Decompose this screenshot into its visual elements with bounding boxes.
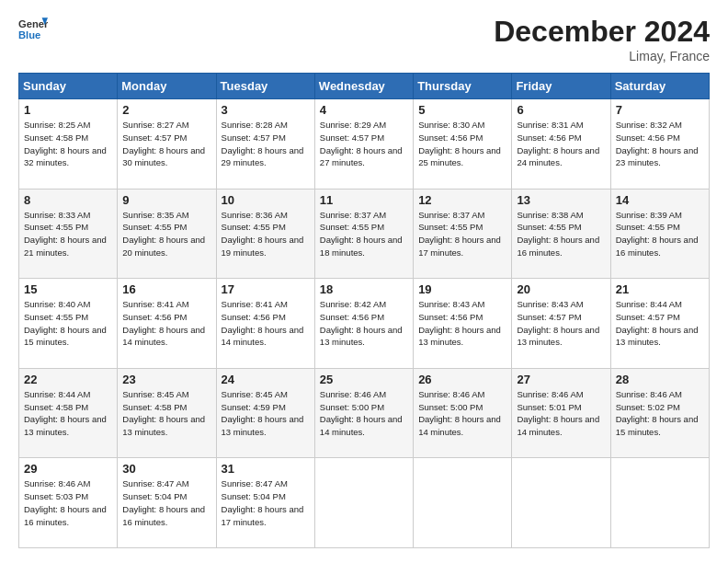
calendar-cell: 16Sunrise: 8:41 AMSunset: 4:56 PMDayligh… bbox=[118, 279, 216, 369]
cell-info: Sunrise: 8:44 AMSunset: 4:57 PMDaylight:… bbox=[616, 298, 704, 349]
week-row-1: 1Sunrise: 8:25 AMSunset: 4:58 PMDaylight… bbox=[19, 99, 710, 190]
calendar-cell: 3Sunrise: 8:28 AMSunset: 4:57 PMDaylight… bbox=[216, 99, 314, 190]
day-number: 6 bbox=[517, 103, 605, 117]
cell-info: Sunrise: 8:30 AMSunset: 4:56 PMDaylight:… bbox=[418, 119, 506, 169]
title-block: December 2024 Limay, France bbox=[494, 15, 710, 63]
cell-info: Sunrise: 8:46 AMSunset: 5:01 PMDaylight:… bbox=[517, 388, 605, 439]
day-number: 8 bbox=[24, 193, 112, 207]
calendar-cell: 25Sunrise: 8:46 AMSunset: 5:00 PMDayligh… bbox=[314, 368, 413, 458]
day-number: 11 bbox=[320, 193, 408, 207]
cell-info: Sunrise: 8:36 AMSunset: 4:55 PMDaylight:… bbox=[222, 209, 310, 259]
month-title: December 2024 bbox=[494, 15, 710, 49]
cell-info: Sunrise: 8:31 AMSunset: 4:56 PMDaylight:… bbox=[517, 119, 605, 169]
calendar-cell bbox=[610, 458, 709, 548]
logo: General Blue bbox=[18, 15, 48, 44]
day-number: 9 bbox=[122, 193, 210, 207]
day-of-week-saturday: Saturday bbox=[610, 74, 709, 99]
calendar-cell: 11Sunrise: 8:37 AMSunset: 4:55 PMDayligh… bbox=[314, 189, 413, 279]
calendar-cell: 29Sunrise: 8:46 AMSunset: 5:03 PMDayligh… bbox=[19, 458, 118, 548]
day-of-week-sunday: Sunday bbox=[19, 74, 118, 99]
calendar-cell: 17Sunrise: 8:41 AMSunset: 4:56 PMDayligh… bbox=[216, 279, 314, 369]
day-number: 12 bbox=[418, 193, 506, 207]
day-number: 21 bbox=[616, 282, 704, 296]
calendar-cell: 12Sunrise: 8:37 AMSunset: 4:55 PMDayligh… bbox=[414, 189, 512, 279]
day-number: 13 bbox=[517, 193, 605, 207]
cell-info: Sunrise: 8:39 AMSunset: 4:55 PMDaylight:… bbox=[616, 209, 704, 259]
calendar-cell: 8Sunrise: 8:33 AMSunset: 4:55 PMDaylight… bbox=[19, 189, 118, 279]
cell-info: Sunrise: 8:33 AMSunset: 4:55 PMDaylight:… bbox=[24, 209, 112, 259]
cell-info: Sunrise: 8:43 AMSunset: 4:56 PMDaylight:… bbox=[418, 298, 506, 349]
calendar-cell bbox=[414, 458, 512, 548]
cell-info: Sunrise: 8:45 AMSunset: 4:58 PMDaylight:… bbox=[122, 388, 210, 439]
calendar-cell: 31Sunrise: 8:47 AMSunset: 5:04 PMDayligh… bbox=[216, 458, 314, 548]
week-row-5: 29Sunrise: 8:46 AMSunset: 5:03 PMDayligh… bbox=[19, 458, 710, 548]
calendar-cell: 4Sunrise: 8:29 AMSunset: 4:57 PMDaylight… bbox=[314, 99, 413, 190]
calendar-cell: 10Sunrise: 8:36 AMSunset: 4:55 PMDayligh… bbox=[216, 189, 314, 279]
cell-info: Sunrise: 8:37 AMSunset: 4:55 PMDaylight:… bbox=[320, 209, 408, 259]
cell-info: Sunrise: 8:41 AMSunset: 4:56 PMDaylight:… bbox=[222, 298, 310, 349]
week-row-4: 22Sunrise: 8:44 AMSunset: 4:58 PMDayligh… bbox=[19, 368, 710, 458]
calendar-cell: 6Sunrise: 8:31 AMSunset: 4:56 PMDaylight… bbox=[512, 99, 610, 190]
calendar-cell: 24Sunrise: 8:45 AMSunset: 4:59 PMDayligh… bbox=[216, 368, 314, 458]
calendar-cell: 9Sunrise: 8:35 AMSunset: 4:55 PMDaylight… bbox=[118, 189, 216, 279]
cell-info: Sunrise: 8:38 AMSunset: 4:55 PMDaylight:… bbox=[517, 209, 605, 259]
week-row-2: 8Sunrise: 8:33 AMSunset: 4:55 PMDaylight… bbox=[19, 189, 710, 279]
day-number: 28 bbox=[616, 373, 704, 386]
calendar-cell: 23Sunrise: 8:45 AMSunset: 4:58 PMDayligh… bbox=[118, 368, 216, 458]
calendar-cell: 26Sunrise: 8:46 AMSunset: 5:00 PMDayligh… bbox=[414, 368, 512, 458]
day-of-week-monday: Monday bbox=[118, 74, 216, 99]
cell-info: Sunrise: 8:32 AMSunset: 4:56 PMDaylight:… bbox=[616, 119, 704, 169]
calendar-cell: 28Sunrise: 8:46 AMSunset: 5:02 PMDayligh… bbox=[610, 368, 709, 458]
day-number: 29 bbox=[24, 462, 112, 476]
calendar-cell bbox=[314, 458, 413, 548]
day-number: 3 bbox=[222, 103, 310, 117]
cell-info: Sunrise: 8:45 AMSunset: 4:59 PMDaylight:… bbox=[222, 388, 310, 439]
cell-info: Sunrise: 8:46 AMSunset: 5:00 PMDaylight:… bbox=[418, 388, 506, 439]
cell-info: Sunrise: 8:29 AMSunset: 4:57 PMDaylight:… bbox=[320, 119, 408, 169]
day-number: 19 bbox=[418, 282, 506, 296]
location: Limay, France bbox=[494, 49, 710, 63]
cell-info: Sunrise: 8:46 AMSunset: 5:02 PMDaylight:… bbox=[616, 388, 704, 439]
calendar-cell: 2Sunrise: 8:27 AMSunset: 4:57 PMDaylight… bbox=[118, 99, 216, 190]
day-number: 16 bbox=[122, 282, 210, 296]
calendar-cell: 7Sunrise: 8:32 AMSunset: 4:56 PMDaylight… bbox=[610, 99, 709, 190]
day-number: 5 bbox=[418, 103, 506, 117]
calendar-cell: 21Sunrise: 8:44 AMSunset: 4:57 PMDayligh… bbox=[610, 279, 709, 369]
day-number: 7 bbox=[616, 103, 704, 117]
cell-info: Sunrise: 8:43 AMSunset: 4:57 PMDaylight:… bbox=[517, 298, 605, 349]
cell-info: Sunrise: 8:46 AMSunset: 5:03 PMDaylight:… bbox=[24, 477, 112, 528]
day-of-week-wednesday: Wednesday bbox=[314, 74, 413, 99]
day-number: 2 bbox=[122, 103, 210, 117]
day-number: 4 bbox=[320, 103, 408, 117]
cell-info: Sunrise: 8:28 AMSunset: 4:57 PMDaylight:… bbox=[222, 119, 310, 169]
calendar-cell: 5Sunrise: 8:30 AMSunset: 4:56 PMDaylight… bbox=[414, 99, 512, 190]
page: General Blue December 2024 Limay, France… bbox=[0, 0, 728, 563]
cell-info: Sunrise: 8:37 AMSunset: 4:55 PMDaylight:… bbox=[418, 209, 506, 259]
calendar-cell: 19Sunrise: 8:43 AMSunset: 4:56 PMDayligh… bbox=[414, 279, 512, 369]
day-number: 14 bbox=[616, 193, 704, 207]
calendar-cell: 14Sunrise: 8:39 AMSunset: 4:55 PMDayligh… bbox=[610, 189, 709, 279]
calendar-cell: 18Sunrise: 8:42 AMSunset: 4:56 PMDayligh… bbox=[314, 279, 413, 369]
day-number: 1 bbox=[24, 103, 112, 117]
day-of-week-thursday: Thursday bbox=[414, 74, 512, 99]
day-number: 17 bbox=[222, 282, 310, 296]
day-number: 26 bbox=[418, 373, 506, 386]
day-number: 20 bbox=[517, 282, 605, 296]
logo-icon: General Blue bbox=[18, 15, 48, 44]
cell-info: Sunrise: 8:27 AMSunset: 4:57 PMDaylight:… bbox=[122, 119, 210, 169]
day-number: 27 bbox=[517, 373, 605, 386]
calendar-cell: 15Sunrise: 8:40 AMSunset: 4:55 PMDayligh… bbox=[19, 279, 118, 369]
calendar-cell: 30Sunrise: 8:47 AMSunset: 5:04 PMDayligh… bbox=[118, 458, 216, 548]
cell-info: Sunrise: 8:35 AMSunset: 4:55 PMDaylight:… bbox=[122, 209, 210, 259]
days-of-week-row: SundayMondayTuesdayWednesdayThursdayFrid… bbox=[19, 74, 710, 99]
week-row-3: 15Sunrise: 8:40 AMSunset: 4:55 PMDayligh… bbox=[19, 279, 710, 369]
day-number: 25 bbox=[320, 373, 408, 386]
cell-info: Sunrise: 8:47 AMSunset: 5:04 PMDaylight:… bbox=[122, 477, 210, 528]
cell-info: Sunrise: 8:42 AMSunset: 4:56 PMDaylight:… bbox=[320, 298, 408, 349]
cell-info: Sunrise: 8:41 AMSunset: 4:56 PMDaylight:… bbox=[122, 298, 210, 349]
cell-info: Sunrise: 8:25 AMSunset: 4:58 PMDaylight:… bbox=[24, 119, 112, 169]
day-number: 22 bbox=[24, 373, 112, 386]
calendar-cell: 27Sunrise: 8:46 AMSunset: 5:01 PMDayligh… bbox=[512, 368, 610, 458]
calendar-body: 1Sunrise: 8:25 AMSunset: 4:58 PMDaylight… bbox=[19, 99, 710, 548]
calendar-cell: 20Sunrise: 8:43 AMSunset: 4:57 PMDayligh… bbox=[512, 279, 610, 369]
